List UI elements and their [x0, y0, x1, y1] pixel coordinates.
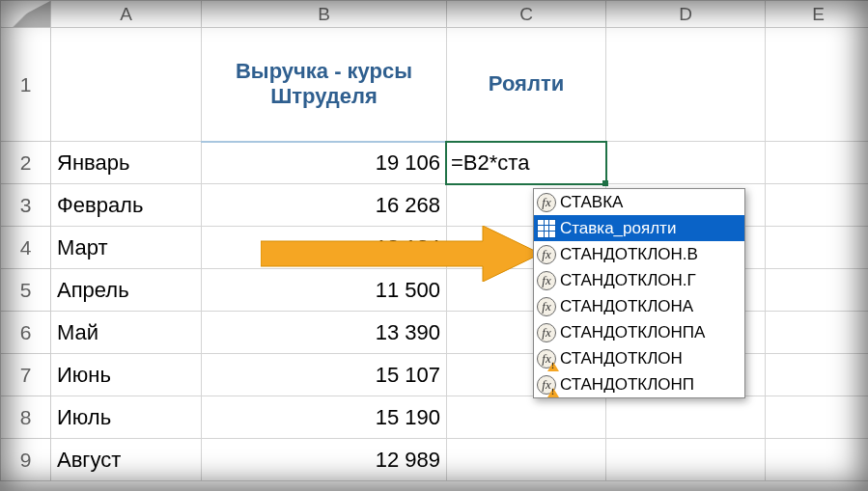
- cell-B2[interactable]: 19 106: [202, 142, 447, 184]
- autocomplete-item-label: СТАНДОТКЛОН.В: [560, 245, 698, 264]
- cell-D9[interactable]: [606, 439, 766, 481]
- cell-E6[interactable]: [766, 312, 869, 354]
- cell-B8[interactable]: 15 190: [202, 396, 447, 439]
- row-header-5[interactable]: 5: [1, 269, 51, 312]
- cell-A5[interactable]: Апрель: [51, 269, 202, 312]
- cell-B6[interactable]: 13 390: [202, 312, 447, 354]
- autocomplete-item-label: СТАНДОТКЛОНП: [560, 375, 694, 395]
- cell-D1[interactable]: [606, 28, 766, 142]
- autocomplete-item[interactable]: Ставка_роялти: [534, 215, 744, 241]
- autocomplete-item[interactable]: fxСТАНДОТКЛОН: [534, 345, 744, 371]
- cell-A1[interactable]: [51, 28, 202, 142]
- cell-E1[interactable]: [766, 28, 869, 142]
- cell-E3[interactable]: [766, 184, 869, 227]
- cell-D8[interactable]: [606, 396, 766, 439]
- cell-C1[interactable]: Роялти: [447, 28, 606, 142]
- warning-icon: [547, 388, 559, 397]
- function-icon: fx: [537, 375, 556, 395]
- cell-A8[interactable]: Июль: [51, 396, 202, 439]
- autocomplete-item-label: СТАНДОТКЛОНПА: [560, 323, 705, 342]
- autocomplete-item-label: СТАНДОТКЛОН: [560, 349, 683, 368]
- cell-A3[interactable]: Февраль: [51, 184, 202, 227]
- cell-B4[interactable]: 18 134: [202, 227, 447, 269]
- formula-autocomplete[interactable]: fxСТАВКАСтавка_роялтиfxСТАНДОТКЛОН.ВfxСТ…: [533, 188, 745, 398]
- cell-C8[interactable]: [447, 396, 606, 439]
- row-header-7[interactable]: 7: [1, 354, 51, 396]
- function-icon: fx: [537, 245, 556, 264]
- row-header-9[interactable]: 9: [1, 439, 51, 481]
- row-header-1[interactable]: 1: [1, 28, 51, 142]
- cell-A7[interactable]: Июнь: [51, 354, 202, 396]
- function-icon: fx: [537, 349, 556, 368]
- cell-A9[interactable]: Август: [51, 439, 202, 481]
- select-all-corner[interactable]: [1, 1, 51, 28]
- cell-E2[interactable]: [766, 142, 869, 184]
- row-header-2[interactable]: 2: [1, 142, 51, 184]
- autocomplete-item[interactable]: fxСТАНДОТКЛОНА: [534, 293, 744, 319]
- cell-C9[interactable]: [447, 439, 606, 481]
- cell-B7[interactable]: 15 107: [202, 354, 447, 396]
- function-icon: fx: [537, 323, 556, 342]
- col-header-C[interactable]: C: [447, 1, 606, 28]
- cell-D2[interactable]: [606, 142, 766, 184]
- autocomplete-item[interactable]: fxСТАНДОТКЛОН.Г: [534, 267, 744, 293]
- cell-E4[interactable]: [766, 227, 869, 269]
- function-icon: fx: [537, 193, 556, 212]
- autocomplete-item[interactable]: fxСТАНДОТКЛОН.В: [534, 241, 744, 267]
- cell-E5[interactable]: [766, 269, 869, 312]
- cell-B5[interactable]: 11 500: [202, 269, 447, 312]
- row-header-3[interactable]: 3: [1, 184, 51, 227]
- row-header-4[interactable]: 4: [1, 227, 51, 269]
- col-header-D[interactable]: D: [606, 1, 766, 28]
- col-header-A[interactable]: A: [51, 1, 202, 28]
- cell-A2[interactable]: Январь: [51, 142, 202, 184]
- autocomplete-item[interactable]: fxСТАВКА: [534, 189, 744, 215]
- col-header-E[interactable]: E: [766, 1, 869, 28]
- cell-C2-active[interactable]: =B2*ста: [447, 142, 606, 184]
- row-header-8[interactable]: 8: [1, 396, 51, 439]
- autocomplete-item[interactable]: fxСТАНДОТКЛОНП: [534, 371, 744, 397]
- autocomplete-item-label: Ставка_роялти: [560, 219, 676, 238]
- cell-B3[interactable]: 16 268: [202, 184, 447, 227]
- warning-icon: [547, 362, 559, 371]
- cell-E8[interactable]: [766, 396, 869, 439]
- cell-B1[interactable]: Выручка - курсы Штруделя: [202, 28, 447, 142]
- function-icon: fx: [537, 297, 556, 316]
- cell-A6[interactable]: Май: [51, 312, 202, 354]
- cell-B9[interactable]: 12 989: [202, 439, 447, 481]
- autocomplete-item-label: СТАВКА: [560, 193, 623, 212]
- autocomplete-item[interactable]: fxСТАНДОТКЛОНПА: [534, 319, 744, 345]
- cell-A4[interactable]: Март: [51, 227, 202, 269]
- function-icon: fx: [537, 271, 556, 290]
- cell-E7[interactable]: [766, 354, 869, 396]
- autocomplete-item-label: СТАНДОТКЛОН.Г: [560, 271, 696, 290]
- formula-edit-box[interactable]: =B2*ста: [445, 141, 607, 186]
- cell-E9[interactable]: [766, 439, 869, 481]
- autocomplete-item-label: СТАНДОТКЛОНА: [560, 297, 693, 316]
- row-header-6[interactable]: 6: [1, 312, 51, 354]
- col-header-B[interactable]: B: [202, 1, 447, 28]
- named-range-icon: [537, 219, 556, 238]
